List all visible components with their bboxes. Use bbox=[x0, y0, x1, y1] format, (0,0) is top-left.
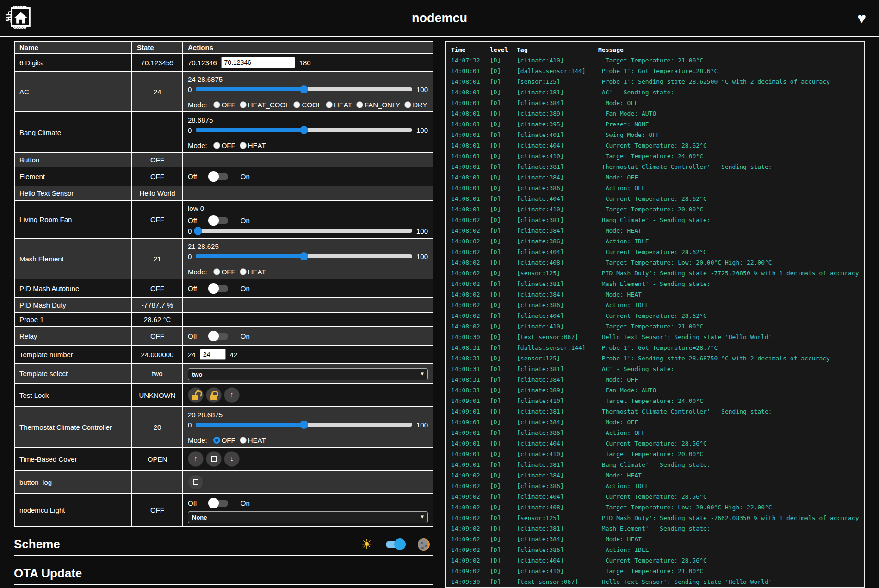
mode-radio-heat[interactable]: HEAT bbox=[240, 436, 266, 444]
table-row: ElementOFFOffOn bbox=[14, 167, 433, 186]
table-row: AC2424 28.68750100Mode:OFFHEAT_COOLCOOLH… bbox=[14, 71, 433, 112]
climate-value: 20 28.6875 bbox=[188, 411, 428, 419]
slider-thumb[interactable] bbox=[300, 85, 308, 93]
mode-radio-cool[interactable]: COOL bbox=[293, 101, 322, 109]
number-input[interactable] bbox=[200, 349, 226, 360]
log-tag: [climate:410] bbox=[517, 151, 598, 161]
entity-state: UNKNOWN bbox=[132, 384, 183, 407]
entity-state: Hello World bbox=[132, 186, 183, 200]
toggle-switch[interactable] bbox=[208, 331, 229, 341]
mode-radio-fan_only[interactable]: FAN_ONLY bbox=[356, 101, 400, 109]
mode-radio-dry[interactable]: DRY bbox=[404, 101, 427, 109]
log-row: 14:08:01[D][climate:410] Target Temperat… bbox=[451, 204, 864, 215]
toggle-switch[interactable] bbox=[208, 171, 229, 182]
log-row: 14:08:01[D][climate:395] Preset: NONE bbox=[451, 119, 864, 130]
action-cell: OffOn bbox=[183, 167, 433, 186]
entity-name: Button bbox=[14, 153, 132, 167]
column-header-actions: Actions bbox=[183, 41, 433, 54]
radio-icon[interactable] bbox=[404, 101, 411, 108]
lock-open-button[interactable] bbox=[188, 387, 204, 403]
log-time: 14:08:01 bbox=[451, 193, 490, 204]
log-message: Current Temperature: 28.62°C bbox=[598, 193, 864, 204]
slider-thumb[interactable] bbox=[300, 421, 308, 429]
mode-radio-heat[interactable]: HEAT bbox=[326, 101, 352, 109]
mode-radio-heat[interactable]: HEAT bbox=[240, 268, 266, 276]
button-row bbox=[188, 451, 428, 467]
number-max-label: 180 bbox=[299, 59, 311, 67]
slider[interactable] bbox=[196, 126, 412, 134]
log-tag: [climate:410] bbox=[517, 204, 598, 215]
log-tag: [climate:389] bbox=[517, 108, 598, 119]
log-time: 14:08:02 bbox=[451, 247, 490, 257]
log-tag: [sensor:125] bbox=[517, 76, 598, 87]
log-row: 14:08:01[D][climate:401] Swing Mode: OFF bbox=[451, 130, 864, 140]
entity-name: Hello Text Sensor bbox=[14, 186, 132, 200]
arrow-up-button[interactable] bbox=[188, 451, 204, 467]
toggle-switch[interactable] bbox=[208, 283, 229, 294]
radio-icon[interactable] bbox=[213, 437, 220, 444]
slider-thumb[interactable] bbox=[300, 252, 308, 260]
toggle-switch[interactable] bbox=[208, 215, 229, 226]
stop-square-button[interactable] bbox=[188, 474, 204, 490]
log-row: 14:08:01[D][climate:381]'AC' - Sending s… bbox=[451, 87, 864, 98]
radio-icon[interactable] bbox=[213, 268, 220, 275]
log-level: [D] bbox=[490, 385, 517, 396]
log-time: 14:09:02 bbox=[451, 534, 490, 545]
mode-radio-off[interactable]: OFF bbox=[213, 142, 235, 149]
log-level: [D] bbox=[490, 66, 517, 76]
log-level: [D] bbox=[490, 247, 517, 257]
number-input[interactable] bbox=[221, 57, 295, 68]
slider-thumb[interactable] bbox=[194, 227, 202, 235]
table-row: button_log bbox=[14, 470, 433, 494]
radio-icon[interactable] bbox=[240, 437, 247, 444]
log-message: Mode: HEAT bbox=[598, 225, 864, 236]
radio-icon[interactable] bbox=[293, 101, 300, 108]
log-message: Current Temperature: 28.62°C bbox=[598, 140, 864, 151]
log-tag: [climate:381] bbox=[517, 364, 598, 374]
lock-closed-button[interactable] bbox=[206, 387, 222, 403]
column-header-state: State bbox=[132, 41, 183, 54]
radio-icon[interactable] bbox=[326, 101, 333, 108]
log-time: 14:09:01 bbox=[451, 427, 490, 438]
slider-min-label: 0 bbox=[188, 126, 192, 134]
toggle-switch[interactable] bbox=[208, 498, 229, 508]
log-tag: [climate:384] bbox=[517, 225, 598, 236]
dropdown-select[interactable]: two bbox=[188, 368, 428, 380]
dropdown-select[interactable]: None bbox=[188, 511, 428, 523]
log-tag: [climate:389] bbox=[517, 385, 598, 396]
log-time: 14:09:01 bbox=[451, 449, 490, 459]
slider[interactable] bbox=[196, 227, 412, 235]
log-panel[interactable]: Time level Tag Message 14:07:32[D][clima… bbox=[445, 41, 865, 588]
slider-thumb[interactable] bbox=[300, 126, 308, 134]
slider-max-label: 100 bbox=[416, 253, 428, 260]
log-tag: [climate:381] bbox=[517, 523, 598, 534]
entity-state: OFF bbox=[132, 494, 183, 526]
stop-square-button[interactable] bbox=[206, 451, 222, 467]
radio-icon[interactable] bbox=[213, 142, 220, 149]
number-max-label: 42 bbox=[230, 351, 238, 359]
log-tag: [climate:408] bbox=[517, 257, 598, 268]
slider[interactable] bbox=[196, 252, 412, 260]
log-level: [D] bbox=[490, 353, 517, 364]
mode-radio-heat_cool[interactable]: HEAT_COOL bbox=[240, 101, 290, 109]
log-tag: [sensor:125] bbox=[517, 353, 598, 364]
slider[interactable] bbox=[196, 421, 412, 429]
log-row: 14:08:02[D][climate:404] Current Tempera… bbox=[451, 247, 864, 257]
radio-icon[interactable] bbox=[240, 268, 247, 275]
log-time: 14:08:01 bbox=[451, 76, 490, 87]
scheme-toggle[interactable] bbox=[384, 539, 406, 550]
radio-icon[interactable] bbox=[240, 101, 247, 108]
mode-radio-heat[interactable]: HEAT bbox=[240, 142, 266, 149]
mode-radio-off[interactable]: OFF bbox=[213, 101, 235, 109]
slider[interactable] bbox=[196, 85, 412, 93]
table-row: PID Mash Duty-7787.7 % bbox=[14, 298, 433, 312]
mode-radio-off[interactable]: OFF bbox=[213, 268, 235, 276]
log-level: [D] bbox=[490, 449, 517, 459]
radio-icon[interactable] bbox=[213, 101, 220, 108]
mode-radio-off[interactable]: OFF bbox=[213, 436, 235, 444]
arrow-down-button[interactable] bbox=[224, 451, 240, 467]
log-message: Action: IDLE bbox=[598, 481, 864, 491]
radio-icon[interactable] bbox=[356, 101, 363, 108]
arrow-up-button[interactable] bbox=[224, 387, 240, 403]
radio-icon[interactable] bbox=[240, 142, 247, 149]
